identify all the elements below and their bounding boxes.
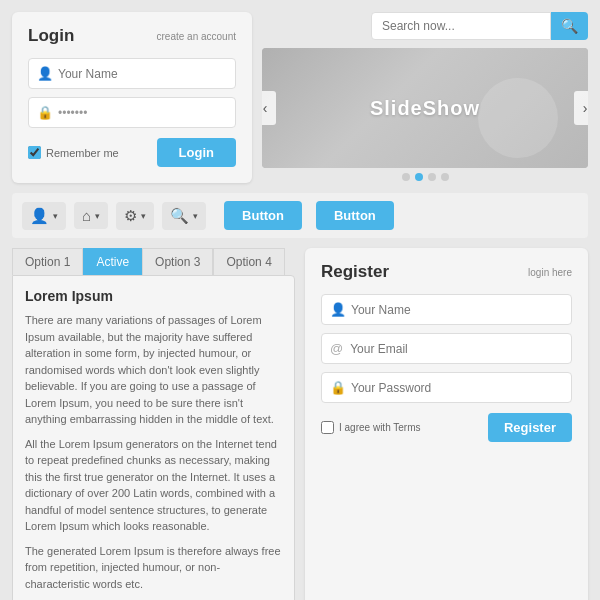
register-box: Register login here 👤 @ 🔒 I agree with T… bbox=[305, 248, 588, 600]
home-toolbar-icon: ⌂ bbox=[82, 207, 91, 224]
user-toolbar-icon: 👤 bbox=[30, 207, 49, 225]
password-input-group: 🔒 bbox=[28, 97, 236, 128]
register-password-group: 🔒 bbox=[321, 372, 572, 403]
dot-4[interactable] bbox=[441, 173, 449, 181]
content-para-1: There are many variations of passages of… bbox=[25, 312, 282, 428]
chevron-right-icon: › bbox=[583, 100, 588, 116]
remember-label: Remember me bbox=[28, 146, 119, 159]
content-para-2: All the Lorem Ipsum generators on the In… bbox=[25, 436, 282, 535]
login-title: Login bbox=[28, 26, 74, 46]
toolbar: 👤 ▾ ⌂ ▾ ⚙ ▾ 🔍 ▾ Button Button bbox=[12, 193, 588, 238]
search-dropdown-arrow: ▾ bbox=[193, 211, 198, 221]
tab-bar: Option 1 Active Option 3 Option 4 bbox=[12, 248, 295, 275]
gear-dropdown-arrow: ▾ bbox=[141, 211, 146, 221]
password-input[interactable] bbox=[58, 106, 227, 120]
search-bar: 🔍 bbox=[262, 12, 588, 40]
remember-row: Remember me Login bbox=[28, 138, 236, 167]
login-box: Login create an account 👤 🔒 Remember me … bbox=[12, 12, 252, 183]
register-email-group: @ bbox=[321, 333, 572, 364]
slideshow: ‹ SlideShow › bbox=[262, 48, 588, 168]
tab-content: Lorem Ipsum There are many variations of… bbox=[12, 275, 295, 600]
dot-2[interactable] bbox=[415, 173, 423, 181]
search-input-wrap bbox=[371, 12, 551, 40]
terms-row: I agree with Terms Register bbox=[321, 413, 572, 442]
user-dropdown-arrow: ▾ bbox=[53, 211, 58, 221]
register-email-input[interactable] bbox=[350, 342, 563, 356]
register-password-input[interactable] bbox=[351, 381, 563, 395]
toolbar-button-1[interactable]: Button bbox=[224, 201, 302, 230]
remember-checkbox[interactable] bbox=[28, 146, 41, 159]
tab-option1[interactable]: Option 1 bbox=[12, 248, 83, 275]
slide-prev-button[interactable]: ‹ bbox=[262, 91, 276, 125]
tabs-section: Option 1 Active Option 3 Option 4 Lorem … bbox=[12, 248, 295, 600]
slide-next-button[interactable]: › bbox=[574, 91, 588, 125]
remember-text: Remember me bbox=[46, 147, 119, 159]
home-dropdown-arrow: ▾ bbox=[95, 211, 100, 221]
toolbar-search-group[interactable]: 🔍 ▾ bbox=[162, 202, 206, 230]
right-top-section: 🔍 ‹ SlideShow › bbox=[262, 12, 588, 181]
search-toolbar-icon: 🔍 bbox=[170, 207, 189, 225]
create-account-link[interactable]: create an account bbox=[157, 31, 237, 42]
user-icon: 👤 bbox=[37, 66, 51, 81]
content-title: Lorem Ipsum bbox=[25, 288, 282, 304]
toolbar-button-2[interactable]: Button bbox=[316, 201, 394, 230]
search-icon: 🔍 bbox=[561, 18, 578, 34]
register-name-input[interactable] bbox=[351, 303, 563, 317]
chevron-left-icon: ‹ bbox=[263, 100, 268, 116]
tab-active[interactable]: Active bbox=[83, 248, 142, 275]
gear-toolbar-icon: ⚙ bbox=[124, 207, 137, 225]
search-input[interactable] bbox=[382, 19, 540, 33]
toolbar-user-group[interactable]: 👤 ▾ bbox=[22, 202, 66, 230]
login-here-link[interactable]: login here bbox=[528, 267, 572, 278]
slide-dots bbox=[262, 173, 588, 181]
register-header: Register login here bbox=[321, 262, 572, 282]
search-button[interactable]: 🔍 bbox=[551, 12, 588, 40]
toolbar-home-group[interactable]: ⌂ ▾ bbox=[74, 202, 108, 229]
register-button[interactable]: Register bbox=[488, 413, 572, 442]
login-button[interactable]: Login bbox=[157, 138, 236, 167]
register-email-icon: @ bbox=[330, 341, 343, 356]
slideshow-label: SlideShow bbox=[370, 97, 480, 120]
content-para-3: The generated Lorem Ipsum is therefore a… bbox=[25, 543, 282, 593]
register-lock-icon: 🔒 bbox=[330, 380, 344, 395]
register-name-group: 👤 bbox=[321, 294, 572, 325]
dot-1[interactable] bbox=[402, 173, 410, 181]
toolbar-gear-group[interactable]: ⚙ ▾ bbox=[116, 202, 154, 230]
username-input[interactable] bbox=[58, 67, 227, 81]
terms-label: I agree with Terms bbox=[321, 421, 421, 434]
lock-icon: 🔒 bbox=[37, 105, 51, 120]
username-input-group: 👤 bbox=[28, 58, 236, 89]
tab-option3[interactable]: Option 3 bbox=[142, 248, 213, 275]
register-user-icon: 👤 bbox=[330, 302, 344, 317]
register-title: Register bbox=[321, 262, 389, 282]
dot-3[interactable] bbox=[428, 173, 436, 181]
terms-text: I agree with Terms bbox=[339, 422, 421, 433]
terms-checkbox[interactable] bbox=[321, 421, 334, 434]
tab-option4[interactable]: Option 4 bbox=[213, 248, 284, 275]
